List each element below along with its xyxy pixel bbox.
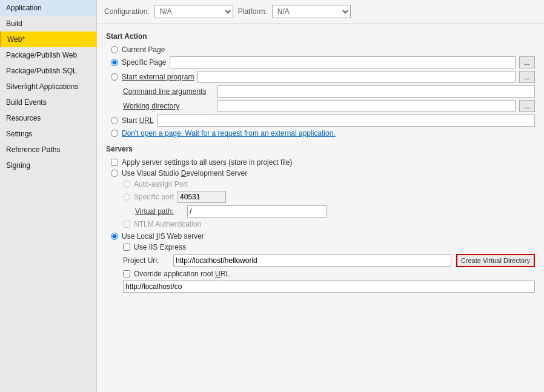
use-iis-express-row: Use IIS Express — [106, 243, 535, 251]
sidebar-item-package-publish-web[interactable]: Package/Publish Web — [0, 47, 96, 63]
use-local-iis-label: Use Local IIS Web server — [122, 232, 204, 241]
specific-page-row: Specific Page ... — [106, 56, 535, 68]
apply-server-settings-checkbox[interactable] — [111, 159, 118, 166]
sidebar-item-signing[interactable]: Signing — [0, 158, 96, 173]
project-url-row: Project Url: http://localhost/helloworld… — [106, 254, 535, 267]
ntlm-auth-row: NTLM Authentication — [106, 220, 535, 228]
command-line-input[interactable] — [217, 85, 535, 98]
specific-page-input[interactable] — [170, 56, 516, 68]
sidebar: Application Build Web* Package/Publish W… — [0, 0, 97, 392]
start-url-row: Start URL — [106, 115, 535, 127]
use-iis-express-checkbox[interactable] — [123, 244, 130, 251]
working-directory-row: Working directory ... — [106, 100, 535, 112]
specific-page-browse-btn[interactable]: ... — [519, 56, 535, 68]
sidebar-item-application[interactable]: Application — [0, 0, 96, 16]
override-app-root-label: Override application root URL — [134, 270, 230, 278]
current-page-radio[interactable] — [111, 46, 118, 53]
use-iis-express-label: Use IIS Express — [134, 243, 186, 251]
specific-port-row: Specific port 40531 — [106, 191, 535, 203]
start-action-title: Start Action — [106, 32, 535, 41]
config-bar: Configuration: N/A Platform: N/A — [97, 0, 544, 24]
start-external-row: Start external program ... — [106, 71, 535, 83]
project-url-label: Project Url: — [123, 256, 168, 265]
specific-port-input[interactable]: 40531 — [177, 191, 226, 203]
current-page-label: Current Page — [122, 45, 165, 54]
dont-open-page-radio[interactable] — [111, 130, 118, 137]
working-directory-browse-btn[interactable]: ... — [519, 100, 535, 112]
content-scroll[interactable]: Start Action Current Page Specific Page … — [97, 24, 544, 392]
working-directory-label: Working directory — [123, 102, 214, 110]
apply-server-settings-row: Apply server settings to all users (stor… — [106, 158, 535, 167]
command-line-row: Command line arguments — [106, 85, 535, 98]
current-page-row: Current Page — [106, 45, 535, 54]
working-directory-input[interactable] — [217, 100, 516, 112]
start-external-browse-btn[interactable]: ... — [519, 71, 535, 83]
sidebar-item-build-events[interactable]: Build Events — [0, 95, 96, 110]
virtual-path-row: Virtual path: / — [106, 205, 535, 218]
platform-label: Platform: — [238, 7, 267, 16]
specific-page-radio[interactable] — [111, 59, 118, 66]
use-local-iis-radio[interactable] — [111, 233, 118, 240]
sidebar-item-resources[interactable]: Resources — [0, 110, 96, 126]
main-content: Configuration: N/A Platform: N/A Start A… — [97, 0, 544, 392]
virtual-path-label: Virtual path: — [135, 207, 184, 216]
sidebar-item-build[interactable]: Build — [0, 16, 96, 32]
dont-open-page-label: Don't open a page. Wait for a request fr… — [122, 129, 336, 138]
configuration-select[interactable]: N/A — [154, 5, 233, 18]
sidebar-item-package-publish-sql[interactable]: Package/Publish SQL — [0, 63, 96, 79]
apply-server-settings-label: Apply server settings to all users (stor… — [122, 158, 292, 167]
auto-assign-port-row: Auto-assign Port — [106, 180, 535, 188]
auto-assign-port-label: Auto-assign Port — [134, 180, 188, 188]
start-external-input[interactable] — [197, 71, 516, 83]
use-local-iis-row: Use Local IIS Web server — [106, 232, 535, 241]
use-vs-dev-server-label: Use Visual Studio Development Server — [122, 169, 247, 178]
servers-title: Servers — [106, 145, 535, 153]
specific-port-label: Specific port — [134, 193, 174, 201]
use-vs-dev-server-row: Use Visual Studio Development Server — [106, 169, 535, 178]
override-url-input[interactable]: http://localhost/co — [123, 281, 535, 293]
platform-select[interactable]: N/A — [272, 5, 351, 18]
servers-section: Servers Apply server settings to all use… — [106, 145, 535, 293]
command-line-label: Command line arguments — [123, 87, 214, 96]
use-vs-dev-server-radio[interactable] — [111, 170, 118, 177]
sidebar-item-settings[interactable]: Settings — [0, 126, 96, 142]
project-url-input[interactable]: http://localhost/helloworld — [173, 254, 451, 267]
sidebar-item-web[interactable]: Web* — [0, 32, 96, 47]
override-url-row: http://localhost/co — [106, 281, 535, 293]
override-app-root-checkbox[interactable] — [123, 270, 130, 277]
start-url-input[interactable] — [158, 115, 535, 127]
override-app-root-row: Override application root URL — [106, 270, 535, 278]
specific-page-label: Specific Page — [122, 58, 166, 67]
ntlm-auth-checkbox[interactable] — [123, 221, 130, 228]
virtual-path-input[interactable]: / — [187, 205, 327, 218]
start-external-radio[interactable] — [111, 73, 118, 81]
start-url-label: Start URL — [122, 116, 154, 125]
sidebar-item-reference-paths[interactable]: Reference Paths — [0, 142, 96, 158]
sidebar-item-silverlight-applications[interactable]: Silverlight Applications — [0, 79, 96, 95]
start-url-radio[interactable] — [111, 117, 118, 124]
specific-port-radio[interactable] — [123, 193, 130, 201]
dont-open-page-row: Don't open a page. Wait for a request fr… — [106, 129, 535, 138]
create-virtual-directory-button[interactable]: Create Virtual Directory — [456, 254, 535, 267]
start-external-label: Start external program — [122, 73, 194, 81]
ntlm-auth-label: NTLM Authentication — [134, 220, 201, 228]
configuration-label: Configuration: — [104, 7, 150, 16]
auto-assign-port-radio[interactable] — [123, 181, 130, 188]
